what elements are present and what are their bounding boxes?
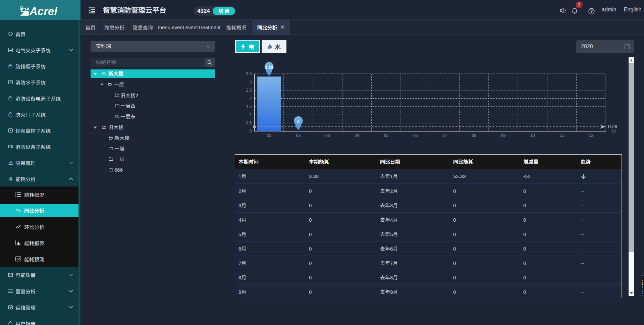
svg-text:0: 0	[250, 129, 252, 133]
svg-text:08: 08	[472, 133, 477, 138]
svg-text:1: 1	[250, 112, 252, 117]
svg-text:10: 10	[530, 133, 535, 138]
svg-text:12: 12	[589, 133, 594, 138]
svg-text:月: 月	[611, 128, 616, 133]
svg-text:2: 2	[250, 96, 252, 101]
svg-text:2.5: 2.5	[246, 88, 252, 93]
svg-text:01: 01	[267, 133, 272, 138]
svg-text:03: 03	[325, 133, 330, 138]
svg-text:1.5: 1.5	[246, 104, 252, 109]
svg-text:07: 07	[442, 133, 447, 138]
svg-text:3: 3	[250, 80, 252, 85]
svg-text:02: 02	[296, 133, 301, 138]
svg-text:06: 06	[413, 133, 418, 138]
svg-text:0.5: 0.5	[246, 121, 252, 125]
svg-text:3.33: 3.33	[265, 65, 273, 70]
svg-text:11: 11	[560, 133, 564, 138]
svg-text:3.5: 3.5	[246, 71, 252, 76]
svg-text:09: 09	[501, 133, 506, 138]
svg-text:05: 05	[384, 133, 389, 138]
svg-text:0: 0	[297, 120, 300, 124]
svg-text:04: 04	[355, 133, 359, 138]
